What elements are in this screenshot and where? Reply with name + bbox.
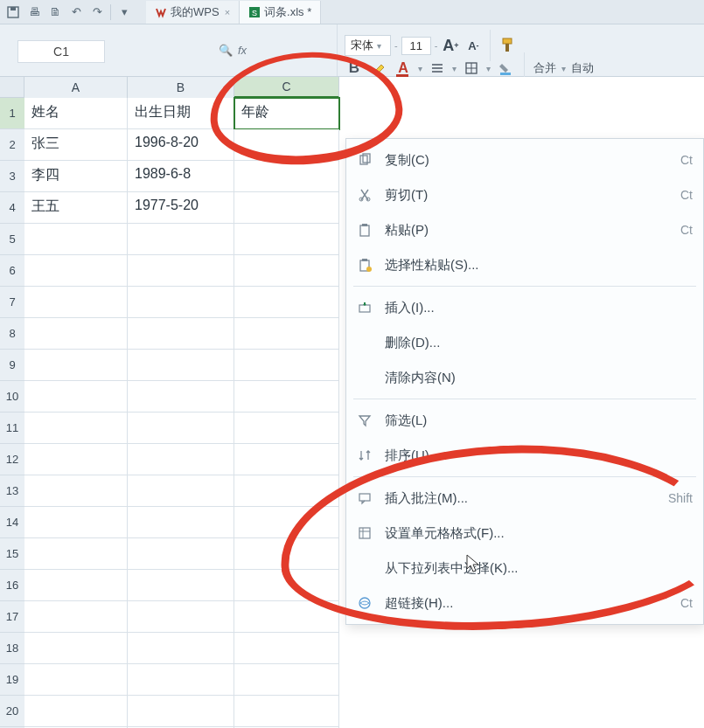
cell-c18[interactable] (234, 633, 339, 664)
cell-a18[interactable] (24, 633, 128, 664)
menu-item[interactable]: 超链接(H)...Ct (346, 586, 703, 621)
row-header[interactable]: 7 (0, 287, 24, 318)
cell-a9[interactable] (24, 350, 128, 381)
cell-b17[interactable] (128, 601, 234, 633)
row-header[interactable]: 20 (0, 696, 24, 727)
cell-c10[interactable] (234, 381, 339, 413)
cell-a14[interactable] (24, 507, 128, 538)
align-icon[interactable] (428, 59, 447, 78)
row-header[interactable]: 6 (0, 255, 24, 287)
fill-color-icon[interactable] (496, 59, 515, 78)
select-all-corner[interactable] (0, 77, 24, 98)
cell-c5[interactable] (234, 224, 339, 255)
row-header[interactable]: 14 (0, 507, 24, 538)
cell-c16[interactable] (234, 570, 339, 601)
row-header[interactable]: 13 (0, 475, 24, 507)
column-header-b[interactable]: B (128, 77, 234, 98)
save-icon[interactable] (5, 4, 21, 20)
cell-b2[interactable]: 1996-8-20 (128, 129, 234, 161)
cell-b14[interactable] (128, 507, 234, 538)
column-header-c[interactable]: C (234, 77, 339, 98)
cell-c7[interactable] (234, 287, 339, 318)
undo-icon[interactable]: ↶ (68, 4, 84, 20)
font-color-button[interactable]: A (394, 59, 413, 78)
row-header[interactable]: 16 (0, 570, 24, 601)
cell-a12[interactable] (24, 444, 128, 475)
print-icon[interactable]: 🖶 (26, 4, 42, 20)
chevron-down-icon[interactable]: ▾ (561, 64, 566, 73)
fx-label[interactable]: fx (238, 44, 247, 57)
column-header-a[interactable]: A (24, 77, 128, 98)
chevron-down-icon[interactable]: ▾ (486, 64, 491, 73)
cell-c3[interactable] (234, 161, 339, 192)
cell-b16[interactable] (128, 570, 234, 601)
cell-b5[interactable] (128, 224, 234, 255)
menu-item[interactable]: 排序(U) (346, 438, 703, 473)
row-header[interactable]: 12 (0, 444, 24, 475)
dropdown-icon[interactable]: ▾ (116, 4, 132, 20)
bold-button[interactable]: B (345, 59, 364, 78)
cell-c6[interactable] (234, 255, 339, 287)
row-header[interactable]: 9 (0, 350, 24, 381)
cell-c11[interactable] (234, 413, 339, 444)
tab-my-wps[interactable]: 我的WPS × (146, 1, 240, 24)
cell-b3[interactable]: 1989-6-8 (128, 161, 234, 192)
cell-a2[interactable]: 张三 (24, 129, 128, 161)
cell-c15[interactable] (234, 538, 339, 570)
menu-item[interactable]: 插入批注(M)...Shift (346, 481, 703, 516)
cell-a1[interactable]: 姓名 (24, 98, 128, 129)
menu-item[interactable]: 剪切(T)Ct (346, 177, 703, 212)
row-header[interactable]: 2 (0, 129, 24, 161)
cell-c19[interactable] (234, 664, 339, 696)
cell-a19[interactable] (24, 664, 128, 696)
cell-b20[interactable] (128, 696, 234, 727)
row-header[interactable]: 15 (0, 538, 24, 570)
cell-a3[interactable]: 李四 (24, 161, 128, 192)
cell-a15[interactable] (24, 538, 128, 570)
menu-item[interactable]: 筛选(L) (346, 403, 703, 438)
row-header[interactable]: 8 (0, 318, 24, 350)
cell-c4[interactable] (234, 192, 339, 224)
cell-b9[interactable] (128, 350, 234, 381)
cell-b4[interactable]: 1977-5-20 (128, 192, 234, 224)
cell-a6[interactable] (24, 255, 128, 287)
highlight-icon[interactable] (369, 59, 388, 78)
border-icon[interactable] (462, 59, 481, 78)
row-header[interactable]: 5 (0, 224, 24, 255)
menu-item[interactable]: 复制(C)Ct (346, 142, 703, 177)
cell-a5[interactable] (24, 224, 128, 255)
row-header[interactable]: 19 (0, 664, 24, 696)
cell-b8[interactable] (128, 318, 234, 350)
menu-item[interactable]: 从下拉列表中选择(K)... (346, 551, 703, 586)
menu-item[interactable]: 设置单元格格式(F)... (346, 516, 703, 551)
zoom-icon[interactable]: 🔍 (219, 44, 233, 57)
row-header[interactable]: 18 (0, 633, 24, 664)
cell-a10[interactable] (24, 381, 128, 413)
row-header[interactable]: 4 (0, 192, 24, 224)
cell-b11[interactable] (128, 413, 234, 444)
cell-b7[interactable] (128, 287, 234, 318)
merge-label[interactable]: 合并 (533, 60, 556, 76)
menu-item[interactable]: 粘贴(P)Ct (346, 212, 703, 247)
cell-a20[interactable] (24, 696, 128, 727)
cell-b1[interactable]: 出生日期 (128, 98, 234, 129)
cell-c12[interactable] (234, 444, 339, 475)
cell-c13[interactable] (234, 475, 339, 507)
cell-a13[interactable] (24, 475, 128, 507)
cell-c14[interactable] (234, 507, 339, 538)
cell-a7[interactable] (24, 287, 128, 318)
menu-item[interactable]: 删除(D)... (346, 325, 703, 360)
cell-b18[interactable] (128, 633, 234, 664)
cell-b13[interactable] (128, 475, 234, 507)
row-header[interactable]: 17 (0, 601, 24, 633)
cell-b6[interactable] (128, 255, 234, 287)
menu-item[interactable]: 插入(I)... (346, 290, 703, 325)
cell-a11[interactable] (24, 413, 128, 444)
auto-label[interactable]: 自动 (571, 60, 594, 76)
menu-item[interactable]: 选择性粘贴(S)... (346, 247, 703, 282)
name-box[interactable]: C1 (17, 40, 105, 63)
cell-c9[interactable] (234, 350, 339, 381)
row-header[interactable]: 1 (0, 98, 24, 129)
cell-a4[interactable]: 王五 (24, 192, 128, 224)
print-preview-icon[interactable]: 🗎 (47, 4, 63, 20)
